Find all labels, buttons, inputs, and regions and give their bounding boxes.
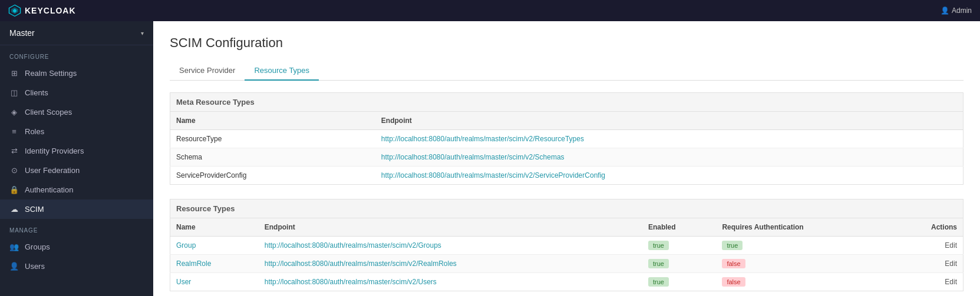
sidebar-item-clients[interactable]: ◫ Clients [0,83,153,102]
logo-text: KEYCLOAK [25,6,76,15]
enabled-badge: true [648,259,669,268]
realm-settings-icon: ⊞ [9,69,19,78]
resource-endpoint-cell[interactable]: http://localhost:8080/auth/realms/master… [259,273,642,291]
sidebar-item-label: Authentication [25,185,73,194]
resource-endpoint-cell[interactable]: http://localhost:8080/auth/realms/master… [259,237,642,255]
res-col-enabled: Enabled [642,218,716,237]
groups-icon: 👥 [9,242,19,251]
realm-selector[interactable]: Master ▾ [0,21,153,45]
sidebar-item-realm-settings[interactable]: ⊞ Realm Settings [0,64,153,83]
resource-requires-auth-cell: false [716,273,892,291]
table-row: User http://localhost:8080/auth/realms/m… [170,273,963,291]
resource-types-table: Name Endpoint Enabled Requires Authentic… [170,218,963,291]
sidebar-item-groups[interactable]: 👥 Groups [0,237,153,257]
meta-name-cell: Schema [170,148,375,167]
user-federation-icon: ⊙ [9,166,19,175]
enabled-badge: true [648,241,669,250]
identity-providers-icon: ⇄ [9,147,19,155]
res-col-endpoint: Endpoint [259,218,642,237]
main-content: SCIM Configuration Service Provider Reso… [153,21,980,296]
resource-enabled-cell: true [642,237,716,255]
resource-endpoint-cell[interactable]: http://localhost:8080/auth/realms/master… [259,255,642,273]
sidebar-item-identity-providers[interactable]: ⇄ Identity Providers [0,141,153,161]
authentication-icon: 🔒 [9,185,19,194]
meta-name-cell: ResourceType [170,130,375,148]
table-row: ServiceProviderConfig http://localhost:8… [170,167,963,185]
meta-endpoint-cell[interactable]: http://localhost:8080/auth/realms/master… [375,167,963,185]
table-row: RealmRole http://localhost:8080/auth/rea… [170,255,963,273]
resource-name-cell[interactable]: Group [170,237,259,255]
clients-icon: ◫ [9,88,19,97]
requires-auth-badge: true [722,241,743,250]
scim-icon: ☁ [9,205,19,214]
table-row: Schema http://localhost:8080/auth/realms… [170,148,963,167]
chevron-down-icon: ▾ [141,30,144,36]
sidebar-item-label: Users [25,262,45,271]
sidebar-item-client-scopes[interactable]: ◈ Client Scopes [0,102,153,122]
requires-auth-badge: false [722,277,745,287]
resource-name-cell[interactable]: RealmRole [170,255,259,273]
resource-enabled-cell: true [642,273,716,291]
tabs: Service Provider Resource Types [170,61,963,81]
page-title: SCIM Configuration [170,35,963,51]
edit-button[interactable]: Edit [897,260,957,268]
enabled-badge: true [648,277,669,287]
edit-button[interactable]: Edit [897,241,957,250]
user-menu[interactable]: 👤 Admin [941,6,972,15]
resource-actions-cell: Edit [892,255,963,273]
resource-types-section: Resource Types Name Endpoint Enabled Req… [170,199,963,291]
resource-name-cell[interactable]: User [170,273,259,291]
meta-resource-types-table: Name Endpoint ResourceType http://localh… [170,111,963,185]
resource-enabled-cell: true [642,255,716,273]
sidebar-item-label: Groups [25,242,50,251]
client-scopes-icon: ◈ [9,108,19,117]
sidebar-item-authentication[interactable]: 🔒 Authentication [0,180,153,199]
realm-name: Master [9,28,35,38]
sidebar-item-scim[interactable]: ☁ SCIM [0,199,153,219]
sidebar-item-label: Realm Settings [25,69,77,78]
edit-button[interactable]: Edit [897,278,957,286]
meta-name-cell: ServiceProviderConfig [170,167,375,185]
user-icon: 👤 [941,6,949,15]
sidebar: Master ▾ Configure ⊞ Realm Settings ◫ Cl… [0,21,153,296]
sidebar-item-roles[interactable]: ≡ Roles [0,122,153,141]
meta-endpoint-cell[interactable]: http://localhost:8080/auth/realms/master… [375,130,963,148]
res-col-requires-auth: Requires Authentication [716,218,892,237]
table-row: Group http://localhost:8080/auth/realms/… [170,237,963,255]
res-col-name: Name [170,218,259,237]
meta-endpoint-cell[interactable]: http://localhost:8080/auth/realms/master… [375,148,963,167]
sidebar-item-label: SCIM [25,205,44,214]
sidebar-item-label: Roles [25,127,44,136]
tab-resource-types[interactable]: Resource Types [245,61,319,81]
meta-resource-types-section: Meta Resource Types Name Endpoint Resour… [170,92,963,185]
sidebar-item-label: Clients [25,88,48,97]
meta-section-title: Meta Resource Types [170,92,963,111]
topbar: KEYCLOAK 👤 Admin [0,0,980,21]
sidebar-item-label: Client Scopes [25,108,72,117]
sidebar-item-label: User Federation [25,166,80,175]
resource-requires-auth-cell: false [716,255,892,273]
res-col-actions: Actions [892,218,963,237]
configure-section-label: Configure [0,45,153,64]
sidebar-item-user-federation[interactable]: ⊙ User Federation [0,161,153,180]
user-label: Admin [952,6,972,15]
manage-section-label: Manage [0,219,153,237]
roles-icon: ≡ [9,127,19,136]
resource-requires-auth-cell: true [716,237,892,255]
table-row: ResourceType http://localhost:8080/auth/… [170,130,963,148]
meta-col-name: Name [170,112,375,130]
logo: KEYCLOAK [8,4,76,17]
resource-section-title: Resource Types [170,199,963,218]
meta-col-endpoint: Endpoint [375,112,963,130]
sidebar-item-label: Identity Providers [25,147,84,155]
users-icon: 👤 [9,262,19,271]
resource-actions-cell: Edit [892,273,963,291]
tab-service-provider[interactable]: Service Provider [170,61,245,81]
resource-actions-cell: Edit [892,237,963,255]
keycloak-logo-icon [8,4,21,17]
requires-auth-badge: false [722,259,745,268]
sidebar-item-users[interactable]: 👤 Users [0,257,153,276]
